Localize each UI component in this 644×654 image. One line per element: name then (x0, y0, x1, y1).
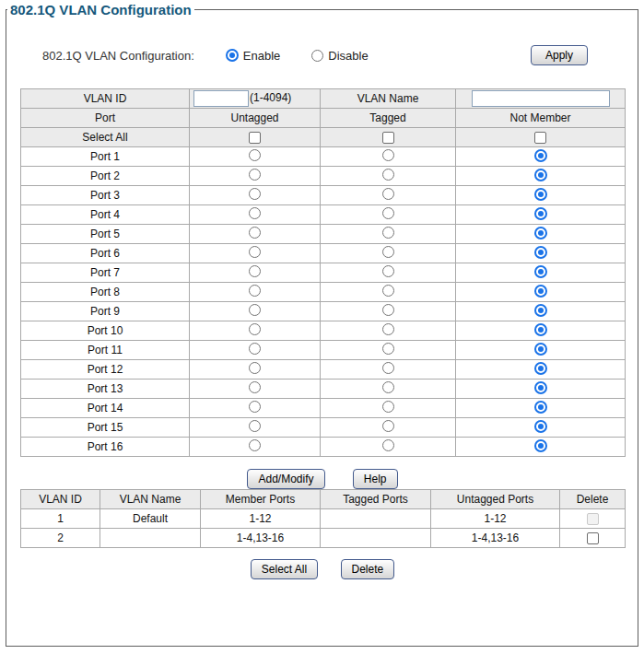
port-not_member-radio[interactable] (534, 343, 547, 356)
select-all-untagged-checkbox[interactable] (249, 132, 261, 144)
port-not_member-radio[interactable] (534, 265, 547, 278)
port-untagged-radio[interactable] (249, 169, 261, 181)
port-untagged-radio[interactable] (249, 343, 261, 355)
port-tagged-cell (321, 341, 456, 360)
port-untagged-radio[interactable] (249, 285, 261, 297)
port-untagged-cell (190, 321, 321, 341)
port-untagged-radio[interactable] (249, 227, 261, 239)
port-tagged-radio[interactable] (382, 207, 394, 219)
enable-option[interactable]: Enable (226, 49, 280, 63)
port-untagged-cell (190, 205, 321, 225)
disable-radio[interactable] (311, 50, 323, 62)
port-row: Port 6 (21, 244, 626, 263)
vlan-id-row: VLAN ID (1-4094) VLAN Name (21, 89, 626, 109)
vlan-list-table: VLAN ID VLAN Name Member Ports Tagged Po… (20, 489, 626, 548)
port-tagged-radio[interactable] (382, 285, 394, 297)
port-tagged-cell (321, 321, 456, 341)
vlan-delete-checkbox[interactable] (587, 532, 599, 544)
port-tagged-cell (321, 147, 456, 167)
enable-radio[interactable] (226, 49, 239, 62)
port-not_member-radio[interactable] (534, 362, 547, 375)
port-tagged-cell (321, 167, 456, 186)
vlan-id-cell: (1-4094) (190, 89, 321, 109)
port-untagged-radio[interactable] (249, 362, 261, 374)
port-not_member-radio[interactable] (534, 439, 547, 452)
port-tagged-radio[interactable] (382, 381, 394, 393)
port-tagged-radio[interactable] (382, 169, 394, 181)
port-not_member-radio[interactable] (534, 381, 547, 394)
port-untagged-cell (190, 360, 321, 380)
port-not_member-radio[interactable] (534, 420, 547, 433)
port-untagged-radio[interactable] (249, 188, 261, 200)
port-not_member-radio[interactable] (534, 207, 547, 220)
port-untagged-radio[interactable] (249, 439, 261, 451)
select-all-button[interactable]: Select All (251, 559, 318, 579)
delete-button[interactable]: Delete (341, 559, 395, 579)
port-tagged-radio[interactable] (382, 188, 394, 200)
port-untagged-radio[interactable] (249, 420, 261, 432)
help-button[interactable]: Help (353, 469, 398, 489)
port-not_member-radio[interactable] (534, 188, 547, 201)
port-not_member-radio[interactable] (534, 227, 547, 239)
port-tagged-radio[interactable] (382, 343, 394, 355)
disable-option[interactable]: Disable (311, 49, 368, 63)
port-not_member-radio[interactable] (534, 149, 547, 162)
port-tagged-cell (321, 302, 456, 321)
port-row: Port 16 (21, 438, 626, 457)
port-untagged-radio[interactable] (249, 304, 261, 316)
port-tagged-radio[interactable] (382, 420, 394, 432)
port-untagged-radio[interactable] (249, 246, 261, 258)
vlan-tagged-ports (321, 529, 431, 548)
port-label: Port 4 (21, 205, 190, 225)
port-untagged-cell (190, 283, 321, 302)
port-tagged-radio[interactable] (382, 439, 394, 451)
port-untagged-radio[interactable] (249, 207, 261, 219)
port-tagged-radio[interactable] (382, 149, 394, 161)
port-untagged-cell (190, 399, 321, 418)
port-not_member-radio[interactable] (534, 323, 547, 336)
port-label: Port 9 (21, 302, 190, 321)
vlan-id-input[interactable] (193, 90, 249, 107)
port-tagged-radio[interactable] (382, 362, 394, 374)
port-tagged-cell (321, 186, 456, 205)
port-untagged-radio[interactable] (249, 149, 261, 161)
port-untagged-radio[interactable] (249, 323, 261, 335)
select-all-not-member-checkbox[interactable] (534, 132, 546, 144)
port-tagged-cell (321, 205, 456, 225)
port-label: Port 15 (21, 418, 190, 438)
port-row: Port 3 (21, 186, 626, 205)
port-tagged-radio[interactable] (382, 304, 394, 316)
port-untagged-radio[interactable] (249, 265, 261, 277)
port-tagged-radio[interactable] (382, 323, 394, 335)
port-label: Port 1 (21, 147, 190, 167)
page-title: 802.1Q VLAN Configuration (7, 2, 194, 18)
enable-label: Enable (243, 49, 280, 63)
vlan-member-ports: 1-4,13-16 (201, 529, 321, 548)
port-not_member-radio[interactable] (534, 246, 547, 259)
port-untagged-radio[interactable] (249, 381, 261, 393)
port-label: Port 2 (21, 167, 190, 186)
port-tagged-radio[interactable] (382, 227, 394, 239)
select-all-tagged-cell (321, 128, 456, 147)
port-tagged-radio[interactable] (382, 265, 394, 277)
port-not_member-cell (456, 205, 626, 225)
apply-button[interactable]: Apply (531, 45, 588, 65)
port-tagged-radio[interactable] (382, 401, 394, 413)
select-all-tagged-checkbox[interactable] (382, 132, 394, 144)
vlan-id-hint: (1-4094) (250, 91, 291, 104)
port-not_member-cell (456, 167, 626, 186)
port-tagged-radio[interactable] (382, 246, 394, 258)
port-not_member-cell (456, 321, 626, 341)
port-not_member-cell (456, 302, 626, 321)
vlan-row: 21-4,13-161-4,13-16 (21, 529, 626, 548)
vlan-name-input[interactable] (472, 90, 610, 107)
port-not_member-radio[interactable] (534, 169, 547, 181)
port-not_member-cell (456, 360, 626, 380)
port-untagged-cell (190, 302, 321, 321)
port-tagged-cell (321, 380, 456, 399)
port-not_member-radio[interactable] (534, 285, 547, 298)
port-not_member-radio[interactable] (534, 401, 547, 414)
add-modify-button[interactable]: Add/Modify (247, 469, 324, 489)
port-not_member-radio[interactable] (534, 304, 547, 317)
port-untagged-radio[interactable] (249, 401, 261, 413)
